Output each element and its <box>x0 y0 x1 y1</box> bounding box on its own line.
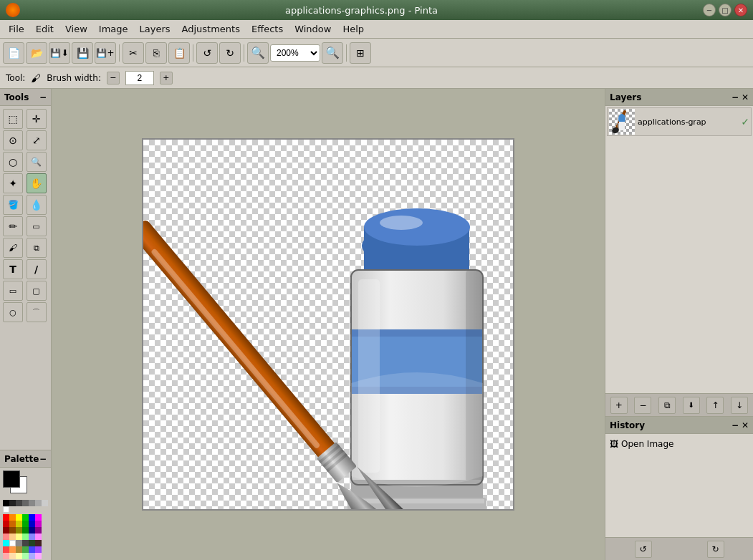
color-swatches <box>0 513 51 560</box>
zoom-select[interactable]: 25%50%75%100% 150%200%300%400% <box>270 44 320 62</box>
new-button[interactable]: 📄 <box>3 42 24 64</box>
cut-button[interactable]: ✂ <box>123 42 144 64</box>
svg-rect-20 <box>150 248 321 449</box>
menu-window[interactable]: Window <box>289 22 337 36</box>
tool-pencil[interactable]: ✏ <box>3 216 23 236</box>
color-red[interactable] <box>3 514 9 521</box>
color-magenta[interactable] <box>35 514 42 521</box>
zoom-out-button[interactable]: 🔍 <box>247 42 269 64</box>
remove-layer-button[interactable]: − <box>634 397 651 414</box>
brush-width-plus[interactable]: + <box>160 72 173 85</box>
toolbar-separator-2 <box>193 44 193 62</box>
color-yellow[interactable] <box>16 514 22 521</box>
color-black[interactable] <box>3 500 9 506</box>
menu-view[interactable]: View <box>59 22 93 36</box>
tool-ellipse[interactable]: ○ <box>3 302 23 322</box>
window-controls: − □ ✕ <box>703 4 747 16</box>
minimize-button[interactable]: − <box>703 4 716 16</box>
menu-adjustments[interactable]: Adjustments <box>176 22 246 36</box>
history-panel: History − ✕ 🖼 Open Image ↺ ↻ <box>605 417 753 560</box>
canvas-container <box>142 138 514 511</box>
color-orange[interactable] <box>9 514 16 521</box>
layers-minimize[interactable]: − <box>732 92 739 102</box>
menu-effects[interactable]: Effects <box>246 22 289 36</box>
history-close[interactable]: ✕ <box>742 420 749 430</box>
tool-move[interactable]: ✛ <box>27 109 47 129</box>
color-white[interactable] <box>3 506 9 513</box>
save-button[interactable]: 💾 <box>72 42 93 64</box>
paste-button[interactable]: 📋 <box>168 42 190 64</box>
canvas[interactable] <box>142 138 514 511</box>
move-layer-up-button[interactable]: ↑ <box>706 397 724 414</box>
save-as-button[interactable]: 💾⬇ <box>49 42 70 64</box>
tool-clone[interactable]: ⧉ <box>27 238 47 258</box>
undo-button[interactable]: ↺ <box>196 42 218 64</box>
history-list: 🖼 Open Image <box>605 434 753 537</box>
zoom-in-button[interactable]: 🔍 <box>322 42 343 64</box>
color-blue[interactable] <box>29 514 35 521</box>
menu-image[interactable]: Image <box>93 22 134 36</box>
open-button[interactable]: 📂 <box>26 42 47 64</box>
duplicate-layer-button[interactable]: ⧉ <box>658 397 676 414</box>
history-item-open-image[interactable]: 🖼 Open Image <box>607 435 752 453</box>
brush-width-input[interactable] <box>125 71 154 85</box>
layer-row[interactable]: applications-grap ✓ <box>607 107 752 136</box>
tool-line[interactable]: / <box>27 259 47 279</box>
canvas-area[interactable] <box>52 89 605 560</box>
history-toolbar: ↺ ↻ <box>605 537 753 560</box>
color-gray1[interactable] <box>9 500 16 506</box>
tool-rounded-rect[interactable]: ▢ <box>27 281 47 301</box>
grid-button[interactable]: ⊞ <box>350 42 371 64</box>
tool-zoom[interactable]: 🔍 <box>27 152 47 172</box>
tool-paint-bucket[interactable]: 🪣 <box>3 195 23 215</box>
menu-edit[interactable]: Edit <box>30 22 59 36</box>
move-layer-down-button[interactable]: ↓ <box>731 397 748 414</box>
color-gray2[interactable] <box>16 500 22 506</box>
tool-move-selection[interactable]: ⤢ <box>27 130 47 150</box>
tool-rectangle-select[interactable]: ⬚ <box>3 109 23 129</box>
tool-lasso[interactable]: ⊙ <box>3 130 23 150</box>
color-gray4[interactable] <box>29 500 35 506</box>
maximize-button[interactable]: □ <box>719 4 732 16</box>
tools-panel: Tools − ⬚ ✛ ⊙ ⤢ ○ 🔍 ✦ ✋ 🪣 💧 ✏ ▭ 🖌 ⧉ T / <box>0 89 52 450</box>
color-gray3[interactable] <box>22 500 29 506</box>
tools-title: Tools <box>4 92 29 102</box>
fg-color-swatch[interactable] <box>3 470 20 488</box>
tools-minus[interactable]: − <box>39 92 47 102</box>
tool-rectangle[interactable]: ▭ <box>3 281 23 301</box>
brush-width-minus[interactable]: − <box>107 72 120 85</box>
right-panel: Layers − ✕ <box>605 89 753 560</box>
palette-minus[interactable]: − <box>39 454 47 464</box>
redo-button[interactable]: ↻ <box>219 42 241 64</box>
color-gray6[interactable] <box>42 500 48 506</box>
layers-header: Layers − ✕ <box>605 89 753 106</box>
tool-pan[interactable]: ✋ <box>27 173 47 193</box>
menu-file[interactable]: File <box>3 22 30 36</box>
tool-magic-wand[interactable]: ✦ <box>3 173 23 193</box>
menu-help[interactable]: Help <box>337 22 370 36</box>
tool-color-picker[interactable]: 💧 <box>27 195 47 215</box>
tool-ellipse-select[interactable]: ○ <box>3 152 23 172</box>
tool-eraser[interactable]: ▭ <box>27 216 47 236</box>
history-minimize[interactable]: − <box>732 420 739 430</box>
svg-rect-26 <box>619 122 625 130</box>
add-layer-button[interactable]: + <box>610 397 628 414</box>
color-gray5[interactable] <box>35 500 42 506</box>
layers-list: applications-grap ✓ <box>605 106 753 393</box>
layers-close[interactable]: ✕ <box>742 92 749 102</box>
history-title: History <box>610 420 645 430</box>
close-button[interactable]: ✕ <box>734 4 747 16</box>
tool-brush[interactable]: 🖌 <box>3 238 23 258</box>
redo-history-button[interactable]: ↻ <box>707 541 724 558</box>
merge-down-button[interactable]: ⬇ <box>683 397 700 414</box>
undo-history-button[interactable]: ↺ <box>635 541 652 558</box>
tool-freeform[interactable]: ⌒ <box>27 302 47 322</box>
color-green[interactable] <box>22 514 29 521</box>
save-copy-button[interactable]: 💾+ <box>95 42 116 64</box>
menu-layers[interactable]: Layers <box>134 22 176 36</box>
tool-text[interactable]: T <box>3 259 23 279</box>
svg-rect-13 <box>143 218 339 463</box>
copy-button[interactable]: ⎘ <box>145 42 167 64</box>
brush-width-label: Brush width: <box>47 73 101 83</box>
layer-visible-check[interactable]: ✓ <box>741 116 749 127</box>
